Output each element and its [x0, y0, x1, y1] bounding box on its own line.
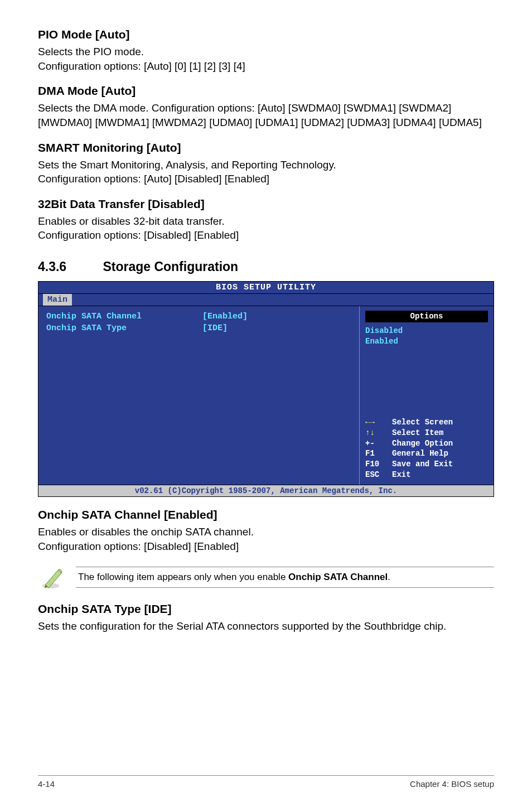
hint-desc: Select Screen [392, 417, 453, 428]
note-suffix: . [388, 572, 390, 582]
bios-setting-row[interactable]: Onchip SATA Type [IDE] [46, 322, 351, 334]
hint-row: ↑↓ Select Item [365, 428, 488, 438]
note-row: The following item appears only when you… [40, 564, 494, 590]
note-body: The following item appears only when you… [76, 567, 494, 588]
hint-desc: Select Item [392, 428, 443, 438]
options-list: Disabled Enabled [365, 326, 488, 347]
hint-key: +- [365, 438, 392, 449]
heading-onchip-type: Onchip SATA Type [IDE] [38, 602, 494, 616]
bios-setting-label: Onchip SATA Channel [46, 311, 202, 322]
heading-dma: DMA Mode [Auto] [38, 84, 494, 98]
hint-key: ESC [365, 470, 392, 480]
bios-right-pane: Options Disabled Enabled ←→ Select Scree… [360, 306, 494, 485]
heading-pio: PIO Mode [Auto] [38, 28, 494, 41]
heading-32bit: 32Bit Data Transfer [Disabled] [38, 197, 494, 211]
hint-key: F1 [365, 448, 392, 459]
hint-desc: Exit [392, 470, 411, 480]
chapter-label: Chapter 4: BIOS setup [410, 779, 494, 789]
heading-onchip-channel: Onchip SATA Channel [Enabled] [38, 508, 494, 521]
bios-setting-label: Onchip SATA Type [46, 322, 202, 334]
section-pio: PIO Mode [Auto] Selects the PIO mode. Co… [38, 28, 494, 73]
page-footer: 4-14 Chapter 4: BIOS setup [38, 775, 494, 789]
body-32bit: Enables or disables 32-bit data transfer… [38, 214, 494, 243]
page-number: 4-14 [38, 779, 55, 789]
bios-tab-row: Main [38, 294, 494, 306]
section-onchip-channel: Onchip SATA Channel [Enabled] Enables or… [38, 508, 494, 553]
section-smart: SMART Monitoring [Auto] Sets the Smart M… [38, 141, 494, 186]
pen-icon [40, 564, 66, 590]
bios-setting-value: [Enabled] [202, 311, 248, 322]
section-onchip-type: Onchip SATA Type [IDE] Sets the configur… [38, 602, 494, 634]
heading-smart: SMART Monitoring [Auto] [38, 141, 494, 154]
bios-setting-row[interactable]: Onchip SATA Channel [Enabled] [46, 311, 351, 322]
bios-left-pane: Onchip SATA Channel [Enabled] Onchip SAT… [38, 306, 360, 485]
body-smart: Sets the Smart Monitoring, Analysis, and… [38, 158, 494, 186]
hint-desc: Change Option [392, 438, 453, 449]
hint-key: ←→ [365, 417, 392, 428]
bios-tab-main[interactable]: Main [43, 294, 72, 306]
section-dma: DMA Mode [Auto] Selects the DMA mode. Co… [38, 84, 494, 129]
body-onchip-type: Sets the configuration for the Serial AT… [38, 619, 494, 634]
body-pio: Selects the PIO mode. Configuration opti… [38, 45, 494, 73]
hint-key: ↑↓ [365, 428, 392, 438]
body-dma: Selects the DMA mode. Configuration opti… [38, 101, 494, 129]
body-onchip-channel: Enables or disables the onchip SATA chan… [38, 525, 494, 553]
bios-header: BIOS SETUP UTILITY [38, 282, 494, 294]
nav-hints: ←→ Select Screen ↑↓ Select Item +- Chang… [365, 417, 488, 480]
note-prefix: The following item appears only when you… [78, 572, 288, 582]
hint-row: +- Change Option [365, 438, 488, 449]
options-header: Options [365, 311, 488, 322]
note-bold: Onchip SATA Channel [288, 572, 388, 582]
hint-row: F1 General Help [365, 448, 488, 459]
section-32bit: 32Bit Data Transfer [Disabled] Enables o… [38, 197, 494, 243]
bios-footer: v02.61 (C)Copyright 1985-2007, American … [38, 485, 494, 496]
hint-row: F10 Save and Exit [365, 459, 488, 470]
option-item[interactable]: Enabled [365, 336, 488, 347]
spacer [365, 347, 488, 406]
heading-storage-configuration: 4.3.6 Storage Configuration [38, 259, 494, 274]
bios-panel: BIOS SETUP UTILITY Main Onchip SATA Chan… [38, 281, 494, 497]
hint-desc: Save and Exit [392, 459, 453, 470]
hint-desc: General Help [392, 448, 448, 459]
bios-setting-value: [IDE] [202, 322, 228, 334]
hint-row: ←→ Select Screen [365, 417, 488, 428]
bios-body: Onchip SATA Channel [Enabled] Onchip SAT… [38, 306, 494, 485]
option-item[interactable]: Disabled [365, 326, 488, 336]
section-number: 4.3.6 [38, 259, 99, 274]
hint-key: F10 [365, 459, 392, 470]
section-title-text: Storage Configuration [103, 259, 238, 274]
hint-row: ESC Exit [365, 470, 488, 480]
